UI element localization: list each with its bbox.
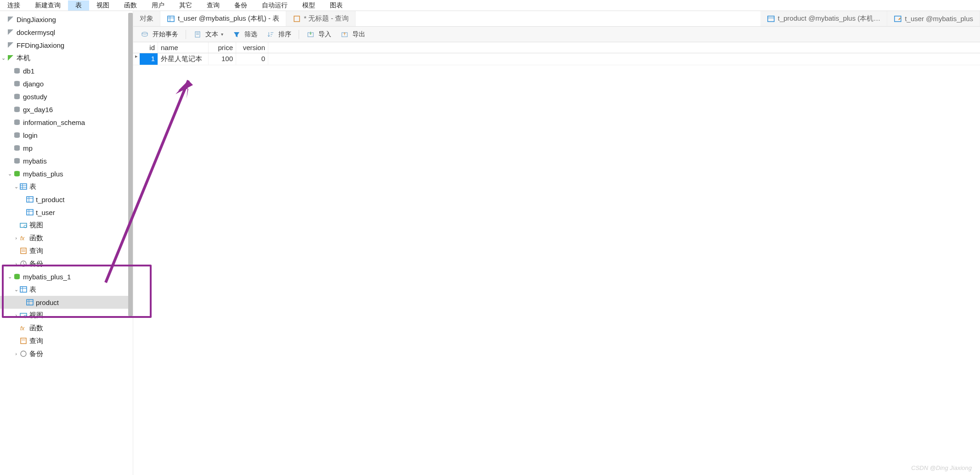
connection-item[interactable]: FFDingJiaxiong <box>0 39 133 51</box>
svg-text:fx: fx <box>20 235 25 242</box>
table-item[interactable]: t_product <box>0 193 133 206</box>
menu-new-query[interactable]: 新建查询 <box>28 0 68 11</box>
expander-icon[interactable]: › <box>13 312 19 318</box>
tables-folder[interactable]: ⌄ 表 <box>0 180 133 193</box>
expander-icon[interactable]: › <box>13 351 19 356</box>
expander-icon[interactable]: ⌄ <box>6 171 13 177</box>
table-folder-icon <box>19 285 28 294</box>
backup-icon <box>19 350 28 358</box>
col-id[interactable]: id <box>140 42 158 53</box>
queries-folder[interactable]: 查询 <box>0 334 133 347</box>
tab-tuser[interactable]: t_user @mybatis_plus (本机) - 表 <box>160 11 286 26</box>
text-button[interactable]: 文本▾ <box>190 29 227 40</box>
menu-table[interactable]: 表 <box>68 0 89 11</box>
menu-backup[interactable]: 备份 <box>227 0 255 11</box>
menu-autorun[interactable]: 自动运行 <box>255 0 295 11</box>
svg-rect-63 <box>768 16 774 22</box>
export-button[interactable]: 导出 <box>337 29 369 40</box>
backups-folder[interactable]: ›备份 <box>0 347 133 360</box>
expander-icon[interactable]: ⌄ <box>13 287 19 293</box>
database-icon <box>13 67 21 75</box>
database-label: mybatis_plus_1 <box>23 273 71 281</box>
svg-rect-27 <box>20 184 27 189</box>
button-label: 筛选 <box>244 30 257 39</box>
cell-name[interactable]: 外星人笔记本 <box>158 53 209 65</box>
col-version[interactable]: version <box>236 42 268 53</box>
svg-point-8 <box>14 97 20 99</box>
menu-view[interactable]: 视图 <box>89 0 117 11</box>
database-icon <box>13 118 21 126</box>
begin-transaction-button[interactable]: 开始事务 <box>137 29 182 40</box>
database-item[interactable]: gostudy <box>0 90 133 103</box>
views-folder[interactable]: ›视图 <box>0 309 133 322</box>
connection-item-active[interactable]: ⌄ 本机 <box>0 51 133 64</box>
connection-tree[interactable]: DingJiaxiong dockermysql FFDingJiaxiong … <box>0 11 133 362</box>
database-icon <box>13 157 21 165</box>
expander-icon[interactable]: › <box>13 261 19 266</box>
svg-rect-59 <box>168 16 174 22</box>
table-item-selected[interactable]: product <box>0 296 133 309</box>
function-icon: fx <box>19 234 28 242</box>
database-icon <box>13 144 21 152</box>
queries-folder[interactable]: 查询 <box>0 244 133 257</box>
functions-folder[interactable]: fx函数 <box>0 322 133 334</box>
function-icon: fx <box>19 324 28 332</box>
functions-folder[interactable]: ›fx函数 <box>0 232 133 244</box>
database-item[interactable]: gx_day16 <box>0 103 133 116</box>
expander-icon[interactable]: ⌄ <box>0 55 6 61</box>
tables-folder[interactable]: ⌄ 表 <box>0 283 133 296</box>
tab-tproduct[interactable]: t_product @mybatis_plus (本机… <box>760 11 888 26</box>
folder-label: 函数 <box>29 324 43 333</box>
connection-icon <box>6 15 15 23</box>
svg-rect-40 <box>21 248 26 254</box>
database-item[interactable]: mp <box>0 141 133 154</box>
grid-row[interactable]: ▸ 1 外星人笔记本 100 0 <box>133 53 980 65</box>
text-icon <box>193 30 202 39</box>
svg-point-17 <box>14 136 20 138</box>
cell-price[interactable]: 100 <box>209 53 236 65</box>
folder-label: 备份 <box>29 350 43 358</box>
scrollbar-thumb[interactable] <box>128 13 133 316</box>
database-item-expanded[interactable]: ⌄ mybatis_plus <box>0 167 133 180</box>
col-price[interactable]: price <box>209 42 236 53</box>
menu-query[interactable]: 查询 <box>199 0 227 11</box>
table-item[interactable]: t_user <box>0 206 133 219</box>
folder-label: 表 <box>29 182 36 191</box>
expander-icon[interactable]: ⌄ <box>6 274 13 280</box>
tab-objects[interactable]: 对象 <box>133 11 160 26</box>
views-folder[interactable]: 视图 <box>0 219 133 232</box>
col-name[interactable]: name <box>158 42 209 53</box>
menu-model[interactable]: 模型 <box>295 0 323 11</box>
connection-item[interactable]: DingJiaxiong <box>0 13 133 26</box>
tab-label: t_product @mybatis_plus (本机… <box>778 14 881 23</box>
menu-connections[interactable]: 连接 <box>0 0 28 11</box>
table-label: t_user <box>36 209 55 216</box>
database-item[interactable]: django <box>0 77 133 90</box>
expander-icon[interactable]: › <box>13 235 19 241</box>
expander-icon[interactable]: ⌄ <box>13 184 19 190</box>
menu-function[interactable]: 函数 <box>117 0 144 11</box>
database-item[interactable]: mybatis <box>0 154 133 167</box>
tab-tuser2[interactable]: t_user @mybatis_plus <box>887 11 980 26</box>
database-item[interactable]: db1 <box>0 64 133 77</box>
table-icon <box>26 208 34 216</box>
table-icon <box>767 15 775 23</box>
import-button[interactable]: 导入 <box>303 29 335 40</box>
connection-item[interactable]: dockermysql <box>0 26 133 39</box>
data-grid[interactable]: id name price version ▸ 1 外星人笔记本 100 0 <box>133 42 980 65</box>
menu-other[interactable]: 其它 <box>172 0 199 11</box>
content-area: 对象 t_user @mybatis_plus (本机) - 表 * 无标题 -… <box>133 11 980 475</box>
sort-button[interactable]: 排序 <box>263 29 295 40</box>
menu-user[interactable]: 用户 <box>144 0 172 11</box>
tab-untitled-query[interactable]: * 无标题 - 查询 <box>286 11 356 26</box>
database-item-expanded[interactable]: ⌄ mybatis_plus_1 <box>0 270 133 283</box>
cell-version[interactable]: 0 <box>236 53 268 65</box>
database-item[interactable]: information_schema <box>0 116 133 129</box>
menu-chart[interactable]: 图表 <box>323 0 350 11</box>
database-item[interactable]: login <box>0 129 133 141</box>
cell-id[interactable]: 1 <box>140 53 158 65</box>
button-label: 开始事务 <box>153 30 178 39</box>
filter-button[interactable]: 筛选 <box>229 29 261 40</box>
backups-folder[interactable]: ›备份 <box>0 257 133 270</box>
folder-label: 函数 <box>29 234 43 243</box>
